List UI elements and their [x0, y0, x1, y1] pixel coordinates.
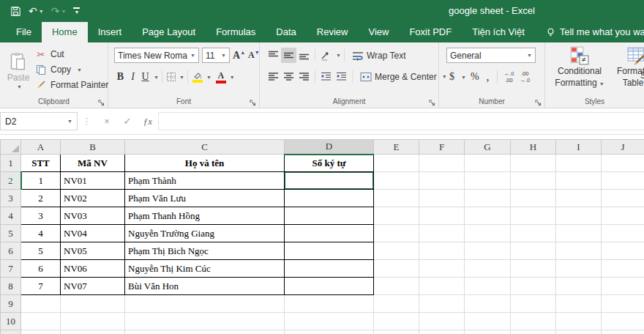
cell-J3[interactable]	[602, 190, 644, 207]
cell-B3[interactable]: NV02	[61, 190, 125, 207]
format-painter-button[interactable]: Format Painter	[35, 78, 108, 92]
cell-I6[interactable]	[556, 242, 602, 260]
clipboard-dialog-launcher[interactable]	[97, 97, 105, 105]
align-center-button[interactable]	[281, 69, 296, 84]
cell-G2[interactable]	[465, 172, 511, 190]
col-header-C[interactable]: C	[125, 140, 285, 155]
cell-J7[interactable]	[602, 260, 644, 278]
cell-A10[interactable]	[21, 313, 61, 330]
tab-review[interactable]: Review	[307, 22, 359, 42]
row-header-8[interactable]: 8	[1, 278, 21, 295]
align-left-button[interactable]	[266, 69, 281, 84]
cell-G11[interactable]	[465, 330, 511, 334]
cell-J9[interactable]	[602, 295, 644, 313]
col-header-F[interactable]: F	[419, 140, 465, 155]
italic-button[interactable]: I	[127, 71, 139, 83]
cell-F3[interactable]	[419, 190, 465, 207]
cell-F9[interactable]	[419, 295, 465, 313]
cell-H1[interactable]	[511, 155, 556, 172]
cell-G5[interactable]	[465, 225, 511, 242]
cell-H10[interactable]	[511, 313, 556, 330]
cell-E11[interactable]	[374, 330, 419, 334]
top-align-button[interactable]	[266, 48, 281, 63]
cell-I9[interactable]	[556, 295, 602, 313]
cell-G1[interactable]	[465, 155, 511, 172]
cell-E7[interactable]	[374, 260, 419, 278]
col-header-A[interactable]: A	[21, 140, 61, 155]
bottom-align-button[interactable]	[296, 48, 312, 63]
merge-center-button[interactable]: Merge & Center ▼	[360, 72, 447, 82]
cell-E5[interactable]	[374, 225, 419, 242]
increase-decimal-button[interactable]: ←.0 .00	[502, 70, 517, 84]
cell-A8[interactable]: 7	[21, 278, 61, 295]
cell-H4[interactable]	[511, 207, 556, 225]
font-size-combobox[interactable]: 11 ▼	[202, 48, 230, 63]
tab-tell-me-what-you-want-to-do[interactable]: Tell me what you want to do...	[535, 22, 644, 42]
cell-H3[interactable]	[511, 190, 556, 207]
col-header-D[interactable]: D	[285, 140, 374, 155]
col-header-G[interactable]: G	[465, 140, 511, 155]
save-button[interactable]	[10, 6, 21, 17]
cell-F11[interactable]	[419, 330, 465, 334]
cell-C7[interactable]: Nguyễn Thị Kim Cúc	[125, 260, 285, 278]
cell-H8[interactable]	[511, 278, 556, 295]
cell-E8[interactable]	[374, 278, 419, 295]
tab-file[interactable]: File	[6, 22, 42, 42]
cell-J6[interactable]	[602, 242, 644, 260]
cell-E9[interactable]	[374, 295, 419, 313]
percent-style-button[interactable]: %	[468, 71, 482, 83]
cell-G8[interactable]	[465, 278, 511, 295]
tab-home[interactable]: Home	[42, 22, 88, 42]
cell-G10[interactable]	[465, 313, 511, 330]
cell-H6[interactable]	[511, 242, 556, 260]
cell-I8[interactable]	[556, 278, 602, 295]
select-all-button[interactable]	[1, 140, 21, 155]
cell-J2[interactable]	[602, 172, 644, 190]
cell-I11[interactable]	[556, 330, 602, 334]
cell-styles-button-cutoff[interactable]: S	[640, 70, 644, 81]
cell-E10[interactable]	[374, 313, 419, 330]
cell-H5[interactable]	[511, 225, 556, 242]
cell-A11[interactable]	[21, 330, 61, 334]
cell-D3[interactable]	[285, 190, 374, 207]
cell-G7[interactable]	[465, 260, 511, 278]
row-header-6[interactable]: 6	[1, 242, 21, 260]
cell-J10[interactable]	[602, 313, 644, 330]
cell-B8[interactable]: NV07	[61, 278, 125, 295]
cell-A9[interactable]	[21, 295, 61, 313]
tab-insert[interactable]: Insert	[88, 22, 132, 42]
cell-A1[interactable]: STT	[21, 155, 61, 172]
alignment-dialog-launcher[interactable]	[428, 97, 436, 105]
align-right-button[interactable]	[296, 69, 312, 84]
cell-B7[interactable]: NV06	[61, 260, 125, 278]
decrease-decimal-button[interactable]: .00 →.0	[517, 70, 532, 84]
enter-button[interactable]: ✓	[117, 116, 138, 127]
cell-C3[interactable]: Phạm Văn Lưu	[125, 190, 285, 207]
copy-button[interactable]: Copy ▼	[35, 63, 108, 76]
cell-C11[interactable]	[125, 330, 285, 334]
cell-E1[interactable]	[374, 155, 419, 172]
row-header-4[interactable]: 4	[1, 207, 21, 225]
cell-E6[interactable]	[374, 242, 419, 260]
cell-I7[interactable]	[556, 260, 602, 278]
insert-function-button[interactable]: ƒx	[138, 116, 158, 127]
formula-input[interactable]	[158, 112, 644, 130]
number-dialog-launcher[interactable]	[534, 97, 542, 105]
cell-D8[interactable]	[285, 278, 374, 295]
cell-B9[interactable]	[61, 295, 125, 313]
cell-C2[interactable]: Phạm Thành	[125, 172, 285, 190]
col-header-H[interactable]: H	[511, 140, 556, 155]
redo-button[interactable]: ↷▼	[51, 6, 67, 16]
fill-color-button[interactable]	[191, 72, 204, 83]
cell-C4[interactable]: Phạm Thanh Hồng	[125, 207, 285, 225]
tab-foxit-pdf[interactable]: Foxit PDF	[399, 22, 462, 42]
col-header-B[interactable]: B	[61, 140, 125, 155]
cell-B1[interactable]: Mã NV	[61, 155, 125, 172]
shrink-font-button[interactable]: A▼	[248, 50, 260, 61]
cell-A4[interactable]: 3	[21, 207, 61, 225]
cell-F7[interactable]	[419, 260, 465, 278]
paste-button[interactable]: Paste ▼	[4, 46, 32, 94]
cell-D2[interactable]	[285, 172, 374, 190]
cell-I3[interactable]	[556, 190, 602, 207]
cell-D6[interactable]	[285, 242, 374, 260]
